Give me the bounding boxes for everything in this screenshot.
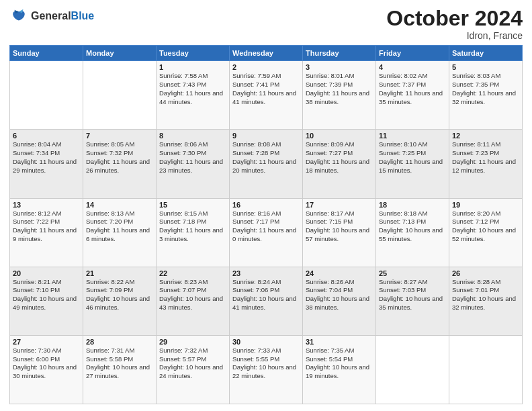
- day-info-text: Daylight: 11 hours and 20 minutes.: [232, 158, 300, 175]
- calendar-cell: 29Sunrise: 7:32 AMSunset: 5:57 PMDayligh…: [157, 335, 230, 404]
- day-number: 23: [232, 269, 300, 277]
- day-number: 3: [306, 63, 373, 71]
- day-number: 16: [232, 201, 300, 209]
- day-of-week-monday: Monday: [83, 46, 157, 61]
- day-info-text: Sunrise: 8:02 AM: [379, 72, 446, 81]
- day-info-text: Daylight: 10 hours and 55 minutes.: [379, 226, 446, 244]
- day-info-text: Sunset: 7:25 PM: [379, 149, 446, 158]
- day-info-text: Sunrise: 8:06 AM: [159, 140, 226, 149]
- day-of-week-tuesday: Tuesday: [157, 46, 230, 61]
- day-info-text: Sunrise: 7:58 AM: [159, 72, 226, 81]
- day-info-text: Sunset: 7:41 PM: [232, 81, 300, 89]
- calendar-cell: 4Sunrise: 8:02 AMSunset: 7:37 PMDaylight…: [376, 61, 449, 130]
- day-info-text: Sunrise: 8:17 AM: [306, 210, 373, 218]
- day-number: 22: [159, 269, 226, 277]
- day-info-text: Daylight: 10 hours and 30 minutes.: [13, 363, 80, 381]
- calendar-cell: 3Sunrise: 8:01 AMSunset: 7:39 PMDaylight…: [303, 61, 376, 130]
- day-info-text: Sunrise: 8:12 AM: [13, 210, 80, 218]
- calendar-cell: 24Sunrise: 8:26 AMSunset: 7:04 PMDayligh…: [303, 267, 376, 335]
- day-number: 11: [379, 132, 446, 140]
- day-info-text: Daylight: 10 hours and 52 minutes.: [452, 226, 519, 244]
- day-info-text: Daylight: 11 hours and 15 minutes.: [379, 158, 446, 175]
- day-info-text: Sunset: 7:13 PM: [379, 218, 446, 226]
- calendar-cell: 8Sunrise: 8:06 AMSunset: 7:30 PMDaylight…: [157, 130, 230, 198]
- day-info-text: Sunrise: 8:04 AM: [13, 140, 80, 149]
- day-info-text: Sunrise: 7:59 AM: [232, 72, 300, 81]
- day-info-text: Daylight: 11 hours and 3 minutes.: [159, 226, 226, 244]
- day-info-text: Daylight: 10 hours and 32 minutes.: [452, 295, 519, 312]
- day-info-text: Sunset: 7:28 PM: [232, 149, 300, 158]
- day-info-text: Sunrise: 8:05 AM: [86, 140, 153, 149]
- day-info-text: Daylight: 10 hours and 49 minutes.: [13, 295, 80, 312]
- day-number: 30: [232, 338, 300, 346]
- day-of-week-friday: Friday: [376, 46, 449, 61]
- calendar-cell: 5Sunrise: 8:03 AMSunset: 7:35 PMDaylight…: [449, 61, 523, 130]
- day-of-week-thursday: Thursday: [303, 46, 376, 61]
- day-info-text: Sunset: 7:27 PM: [306, 149, 373, 158]
- day-info-text: Daylight: 11 hours and 35 minutes.: [379, 89, 446, 107]
- day-info-text: Sunrise: 7:32 AM: [159, 347, 226, 355]
- calendar-header-row: SundayMondayTuesdayWednesdayThursdayFrid…: [10, 46, 523, 61]
- day-info-text: Daylight: 10 hours and 57 minutes.: [306, 226, 373, 244]
- calendar-cell: 16Sunrise: 8:16 AMSunset: 7:17 PMDayligh…: [230, 198, 303, 267]
- day-info-text: Sunset: 7:07 PM: [159, 286, 226, 295]
- day-number: 21: [86, 269, 153, 277]
- day-info-text: Daylight: 11 hours and 23 minutes.: [159, 158, 226, 175]
- calendar-cell: 20Sunrise: 8:21 AMSunset: 7:10 PMDayligh…: [10, 267, 83, 335]
- day-info-text: Daylight: 11 hours and 9 minutes.: [13, 226, 80, 244]
- day-number: 4: [379, 63, 446, 71]
- day-info-text: Sunset: 7:17 PM: [232, 218, 300, 226]
- day-info-text: Sunset: 7:34 PM: [13, 149, 80, 158]
- logo-text: GeneralBlue: [31, 9, 94, 23]
- day-info-text: Sunrise: 8:15 AM: [159, 210, 226, 218]
- calendar-cell: 14Sunrise: 8:13 AMSunset: 7:20 PMDayligh…: [83, 198, 157, 267]
- calendar-cell: 1Sunrise: 7:58 AMSunset: 7:43 PMDaylight…: [157, 61, 230, 130]
- calendar-table: SundayMondayTuesdayWednesdayThursdayFrid…: [9, 45, 523, 404]
- day-number: 9: [232, 132, 300, 140]
- calendar-week-row: 20Sunrise: 8:21 AMSunset: 7:10 PMDayligh…: [10, 267, 523, 335]
- day-info-text: Sunrise: 8:01 AM: [306, 72, 373, 81]
- day-number: 29: [159, 338, 226, 346]
- day-number: 2: [232, 63, 300, 71]
- day-info-text: Sunset: 7:22 PM: [13, 218, 80, 226]
- day-info-text: Daylight: 10 hours and 24 minutes.: [159, 363, 226, 381]
- day-info-text: Sunset: 7:04 PM: [306, 286, 373, 295]
- day-number: 20: [13, 269, 80, 277]
- day-info-text: Sunset: 5:55 PM: [232, 355, 300, 364]
- day-info-text: Sunset: 7:43 PM: [159, 81, 226, 89]
- day-info-text: Sunrise: 7:35 AM: [306, 347, 373, 355]
- calendar-cell: 15Sunrise: 8:15 AMSunset: 7:18 PMDayligh…: [157, 198, 230, 267]
- day-info-text: Sunrise: 8:23 AM: [159, 278, 226, 287]
- day-number: 18: [379, 201, 446, 209]
- day-number: 28: [86, 338, 153, 346]
- day-info-text: Sunset: 7:06 PM: [232, 286, 300, 295]
- day-info-text: Sunrise: 8:26 AM: [306, 278, 373, 287]
- page: GeneralBlue October 2024 Idron, France S…: [0, 0, 532, 411]
- calendar-cell: 7Sunrise: 8:05 AMSunset: 7:32 PMDaylight…: [83, 130, 157, 198]
- calendar-cell: 31Sunrise: 7:35 AMSunset: 5:54 PMDayligh…: [303, 335, 376, 404]
- day-info-text: Sunset: 7:20 PM: [86, 218, 153, 226]
- calendar-cell: 23Sunrise: 8:24 AMSunset: 7:06 PMDayligh…: [230, 267, 303, 335]
- day-info-text: Sunrise: 8:08 AM: [232, 140, 300, 149]
- day-info-text: Daylight: 11 hours and 29 minutes.: [13, 158, 80, 175]
- day-info-text: Sunset: 6:00 PM: [13, 355, 80, 364]
- day-info-text: Daylight: 11 hours and 26 minutes.: [86, 158, 153, 175]
- location: Idron, France: [386, 30, 523, 41]
- day-info-text: Sunrise: 8:13 AM: [86, 210, 153, 218]
- day-info-text: Sunrise: 8:21 AM: [13, 278, 80, 287]
- day-info-text: Daylight: 10 hours and 43 minutes.: [159, 295, 226, 312]
- day-info-text: Sunset: 5:54 PM: [306, 355, 373, 364]
- header: GeneralBlue October 2024 Idron, France: [9, 7, 523, 41]
- day-info-text: Sunset: 7:10 PM: [13, 286, 80, 295]
- calendar-cell: 28Sunrise: 7:31 AMSunset: 5:58 PMDayligh…: [83, 335, 157, 404]
- day-info-text: Sunset: 7:01 PM: [452, 286, 519, 295]
- day-number: 1: [159, 63, 226, 71]
- calendar-cell: 18Sunrise: 8:18 AMSunset: 7:13 PMDayligh…: [376, 198, 449, 267]
- day-info-text: Sunrise: 8:24 AM: [232, 278, 300, 287]
- day-of-week-saturday: Saturday: [449, 46, 523, 61]
- day-number: 27: [13, 338, 80, 346]
- day-info-text: Daylight: 10 hours and 41 minutes.: [232, 295, 300, 312]
- day-number: 6: [13, 132, 80, 140]
- day-number: 14: [86, 201, 153, 209]
- calendar-cell: 21Sunrise: 8:22 AMSunset: 7:09 PMDayligh…: [83, 267, 157, 335]
